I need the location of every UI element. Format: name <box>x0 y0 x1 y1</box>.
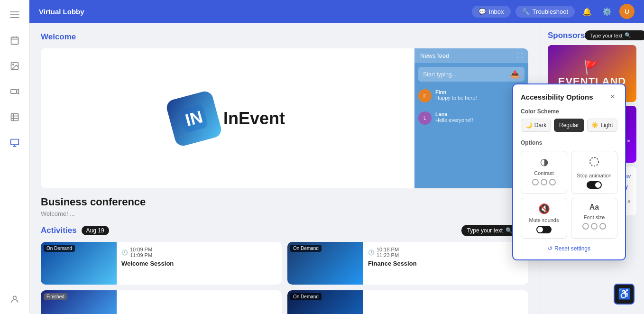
newsfeed-placeholder: Start typing... <box>423 71 457 78</box>
activities-search-box[interactable]: Type your text 🔍 <box>461 225 518 236</box>
person-icon[interactable] <box>8 292 22 306</box>
conference-subtitle: Welcome! ... <box>41 210 528 217</box>
calendar-icon[interactable] <box>8 33 22 47</box>
stop-animation-icon <box>589 156 600 170</box>
sponsors-search-icon[interactable]: 🔍 <box>625 32 631 38</box>
moon-icon: 🌙 <box>525 122 533 129</box>
settings-button[interactable]: ⚙️ <box>599 4 615 19</box>
stop-animation-option: Stop animation <box>571 151 617 194</box>
sponsors-title: Sponsors <box>548 31 585 40</box>
mute-sounds-label: Mute sounds <box>529 217 559 223</box>
on-demand-badge-1: On Demand <box>44 245 75 252</box>
activity-thumb-4: On Demand <box>287 290 363 314</box>
accessibility-modal: Accessibility Options × Color Scheme 🌙 D… <box>512 83 626 260</box>
svg-marker-10 <box>17 89 18 94</box>
contrast-label: Contrast <box>534 170 554 176</box>
activity-time-1: 🕐10:09 PM11:09 PM <box>121 247 277 258</box>
notifications-button[interactable]: 🔔 <box>580 4 595 19</box>
sidebar <box>0 0 29 314</box>
stop-animation-toggle[interactable] <box>587 181 602 189</box>
expand-icon[interactable]: ⛶ <box>516 52 523 59</box>
sponsors-search-text: Type your text <box>589 33 622 38</box>
sun-icon: ☀️ <box>591 122 598 129</box>
font-size-radio-group <box>582 223 606 230</box>
newsfeed-messages: F Finn Happy to be here! Nov 4 L Lana <box>414 85 528 188</box>
search-text: Type your text <box>467 227 503 234</box>
svg-point-21 <box>590 157 598 166</box>
svg-rect-9 <box>10 90 17 93</box>
search-icon[interactable]: 🔍 <box>506 227 513 234</box>
font-size-radio-3[interactable] <box>599 223 606 230</box>
color-scheme-label: Color Scheme <box>521 108 617 115</box>
date-badge: Aug 19 <box>82 226 109 235</box>
newsfeed-input-area[interactable]: Start typing... 📤 <box>418 67 524 82</box>
activity-card-2[interactable]: On Demand 🕐10:18 PM11:23 PM Finance Sess… <box>287 242 528 285</box>
activity-thumb-3: Finished <box>41 290 117 314</box>
inbox-button[interactable]: 💬 Inbox <box>472 6 511 18</box>
avatar[interactable]: U <box>619 4 635 19</box>
activity-thumb-1: On Demand <box>41 242 117 285</box>
svg-rect-2 <box>10 17 19 18</box>
activity-name-1: Welcome Session <box>121 260 277 267</box>
font-size-label: Font size <box>584 214 605 220</box>
left-panel: Welcome IN InEvent <box>29 23 540 314</box>
contrast-radio-3[interactable] <box>549 179 556 185</box>
on-demand-badge-2: On Demand <box>290 245 322 252</box>
svg-rect-3 <box>11 37 18 44</box>
scheme-dark-button[interactable]: 🌙 Dark <box>521 119 551 132</box>
troubleshoot-button[interactable]: 🔧 Troubleshoot <box>515 6 575 18</box>
sponsors-header: Sponsors Type your text 🔍 ⚙ <box>548 30 636 40</box>
mute-sounds-option: 🔇 Mute sounds <box>521 198 567 239</box>
hamburger-icon[interactable] <box>8 8 22 22</box>
svg-rect-1 <box>10 14 19 15</box>
svg-rect-15 <box>10 139 18 145</box>
contrast-radio-group <box>532 179 556 185</box>
font-size-option: Aa Font size <box>571 198 617 239</box>
list-icon[interactable] <box>8 110 22 124</box>
news-feed: News feed ⛶ Start typing... 📤 F Finn Hap… <box>414 48 528 188</box>
svg-rect-11 <box>11 114 18 121</box>
image-icon[interactable] <box>8 59 22 73</box>
scheme-regular-button[interactable]: Regular <box>554 119 584 132</box>
mute-sounds-knob <box>537 227 543 232</box>
contrast-radio-2[interactable] <box>541 179 547 185</box>
finished-badge-3: Finished <box>44 293 67 300</box>
activities-grid: On Demand 🕐10:09 PM11:09 PM Welcome Sess… <box>41 242 528 314</box>
activity-name-2: Finance Session <box>368 260 524 267</box>
activity-card-1[interactable]: On Demand 🕐10:09 PM11:09 PM Welcome Sess… <box>41 242 282 285</box>
activity-thumb-2: On Demand <box>287 242 363 285</box>
welcome-area: IN InEvent News feed ⛶ Start typing... 📤 <box>41 48 528 188</box>
mute-sounds-toggle[interactable] <box>536 226 552 233</box>
reset-settings-link[interactable]: ↺ Reset settings <box>521 245 617 252</box>
troubleshoot-icon: 🔧 <box>522 8 530 15</box>
svg-rect-0 <box>10 11 19 12</box>
logo-text: InEvent <box>223 109 285 129</box>
font-size-radio-1[interactable] <box>582 223 589 230</box>
svg-point-18 <box>13 296 16 299</box>
svg-point-8 <box>12 64 13 65</box>
options-grid: ◑ Contrast Stop animation <box>521 151 617 239</box>
send-icon[interactable]: 📤 <box>510 70 520 79</box>
logo-icon: IN <box>165 89 223 147</box>
topbar: Virtual Lobby 💬 Inbox 🔧 Troubleshoot 🔔 ⚙… <box>29 0 644 23</box>
font-size-icon: Aa <box>589 203 599 212</box>
font-size-radio-2[interactable] <box>591 223 598 230</box>
reset-icon: ↺ <box>548 245 552 252</box>
logo-area: IN InEvent <box>41 48 414 188</box>
inbox-icon: 💬 <box>478 8 486 15</box>
options-label: Options <box>521 139 617 146</box>
contrast-option: ◑ Contrast <box>521 151 567 194</box>
contrast-radio-1[interactable] <box>532 179 539 185</box>
monitor-icon[interactable] <box>8 136 22 150</box>
sponsors-search[interactable]: Type your text 🔍 <box>585 30 644 40</box>
activities-header: Activities Aug 19 Type your text 🔍 ⚙ <box>41 225 528 236</box>
accessibility-fab[interactable]: ♿ <box>614 284 635 305</box>
activity-card-3[interactable]: Finished <box>41 290 282 314</box>
activity-card-4[interactable]: On Demand <box>287 290 528 314</box>
video-icon[interactable] <box>8 84 22 99</box>
modal-close-button[interactable]: × <box>608 92 617 102</box>
scheme-light-button[interactable]: ☀️ Light <box>587 119 617 132</box>
activity-time-2: 🕐10:18 PM11:23 PM <box>368 247 524 258</box>
lana-avatar: L <box>418 111 432 125</box>
finn-avatar: F <box>418 89 432 102</box>
